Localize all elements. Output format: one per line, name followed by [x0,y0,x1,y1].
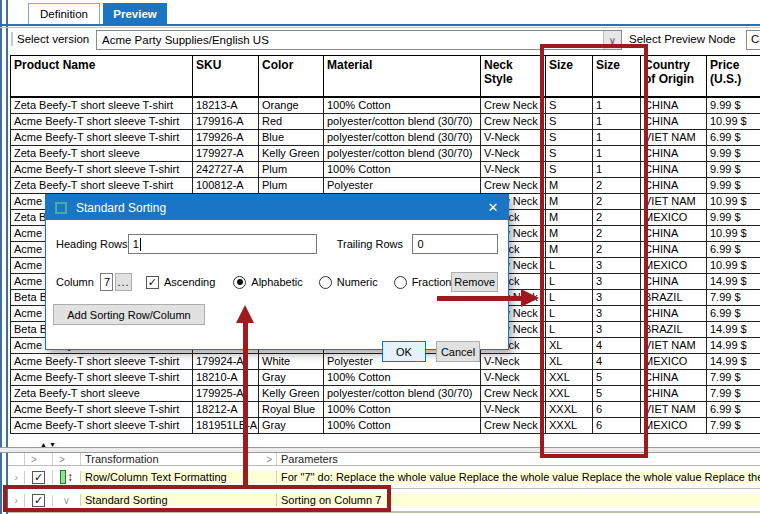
transformation-name-cell[interactable]: Standard Sorting [80,494,276,506]
table-cell: 3 [593,321,641,337]
trailing-rows-input[interactable]: 0 [412,234,498,254]
table-cell: CHINA [641,225,707,241]
table-cell: 1 [593,113,641,129]
ascending-checkbox[interactable]: ✓ [146,276,159,289]
tab-underline [0,24,760,26]
table-cell: M [546,177,593,193]
header-chevron-icon: > [266,454,272,465]
table-cell: MEXICO [641,417,707,433]
table-cell: V-Neck [481,161,546,177]
select-version-dropdown[interactable]: Acme Party Supplies/English US ∨ [96,30,622,50]
table-cell: Crew Neck [481,385,546,401]
table-header-row: Product Name SKU Color Material Neck Sty… [11,56,760,97]
table-cell: 2 [593,241,641,257]
dialog-title: Standard Sorting [76,201,478,215]
alphabetic-label: Alphabetic [251,276,302,288]
header-chevron-icon: > [52,453,80,465]
table-cell: Crew Neck [481,113,546,129]
table-cell: S [546,129,593,145]
table-cell: 14.99 $ [707,273,760,289]
table-cell: 10.99 $ [707,257,760,273]
table-cell: 4 [593,353,641,369]
col-sku: SKU [193,56,259,97]
table-cell: V-Neck [481,129,546,145]
table-cell: polyester/cotton blend (30/70) [324,145,481,161]
table-cell: 18210-A [193,369,259,385]
table-cell: L [546,321,593,337]
heading-rows-input[interactable]: 1 [128,234,317,254]
table-cell: 2 [593,209,641,225]
col-neck-style: Neck Style [481,56,546,97]
table-cell: L [546,305,593,321]
table-cell: CHINA [641,241,707,257]
table-cell: L [546,273,593,289]
table-cell: 179916-A [193,113,259,129]
table-cell: XL [546,353,593,369]
dialog-titlebar[interactable]: Standard Sorting ✕ [46,195,508,220]
toolbar-grip [11,32,13,46]
table-cell: 100% Cotton [324,369,481,385]
row-expander-icon[interactable]: › [8,471,24,483]
table-cell: Gray [259,369,324,385]
row-enabled-checkbox[interactable]: ✓ [32,471,45,484]
table-cell: Zeta Beefy-T short sleeve T-shirt [11,177,193,193]
table-cell: 18213-A [193,97,259,114]
table-cell: S [546,97,593,114]
table-row: Acme Beefy-T short sleeve T-shirt18210-A… [11,369,760,385]
row-expander-icon[interactable]: › [8,494,24,506]
transformation-panel-header: > > Transformation > Parameters [8,453,760,466]
table-cell: XXL [546,369,593,385]
updown-arrow-glyph: ↕ [67,470,73,484]
tab-preview[interactable]: Preview [103,3,167,24]
transformation-row-standard-sorting[interactable]: › ✓ ∨ Standard Sorting Sorting on Column… [8,489,760,512]
add-sorting-row-column-button[interactable]: Add Sorting Row/Column [53,304,205,325]
table-cell: Kelly Green [259,145,324,161]
table-cell: V-Neck [481,353,546,369]
table-cell: CHINA [641,97,707,114]
tab-definition[interactable]: Definition [28,3,100,24]
alphabetic-radio[interactable] [233,276,246,289]
table-cell: M [546,241,593,257]
table-cell: 2 [593,193,641,209]
transformation-row-text-formatting[interactable]: › ✓ ↕ Row/Column Text Formatting For "7"… [8,466,760,489]
transformation-params-cell[interactable]: For "7" do: Replace the whole value Repl… [276,471,760,483]
table-row: Zeta Beefy-T short sleeve T-shirt18213-A… [11,97,760,114]
table-row: Zeta Beefy-T short sleeve179925-AKelly G… [11,385,760,401]
fraction-radio[interactable] [394,276,407,289]
dialog-app-icon [55,202,67,214]
chevron-down-icon[interactable]: ∨ [603,31,621,49]
table-cell: 5 [593,369,641,385]
header-spacer [8,453,24,465]
table-cell: CHINA [641,113,707,129]
numeric-radio[interactable] [319,276,332,289]
remove-button[interactable]: Remove [451,272,498,292]
transformation-params-cell[interactable]: Sorting on Column 7 [276,494,760,506]
transformation-name-cell[interactable]: Row/Column Text Formatting [80,471,276,483]
table-cell: 179925-A [193,385,259,401]
header-parameters: Parameters [276,453,760,465]
table-cell: Zeta Beefy-T short sleeve [11,385,193,401]
browse-column-button[interactable]: ... [115,273,132,291]
table-cell: White [259,353,324,369]
select-preview-node-value[interactable]: Current [746,30,760,50]
table-cell: 3 [593,289,641,305]
cancel-button[interactable]: Cancel [436,341,480,362]
table-cell: XXL [546,385,593,401]
table-cell: 3 [593,273,641,289]
table-cell: XXXL [546,401,593,417]
table-cell: S [546,145,593,161]
table-cell: 14.99 $ [707,337,760,353]
table-cell: 6.99 $ [707,241,760,257]
ok-button[interactable]: OK [382,341,426,362]
row-enabled-checkbox[interactable]: ✓ [32,494,45,507]
chevron-down-icon[interactable]: ∨ [63,495,70,506]
header-transformation: Transformation > [80,453,276,465]
table-cell: polyester/cotton blend (30/70) [324,113,481,129]
close-icon[interactable]: ✕ [478,200,508,215]
table-cell: V-Neck [481,145,546,161]
transformation-panel: > > Transformation > Parameters › ✓ ↕ Ro… [8,453,760,514]
table-cell: 5 [593,385,641,401]
column-input[interactable]: 7 [100,273,113,291]
table-cell: 9.99 $ [707,177,760,193]
table-cell: 2 [593,225,641,241]
